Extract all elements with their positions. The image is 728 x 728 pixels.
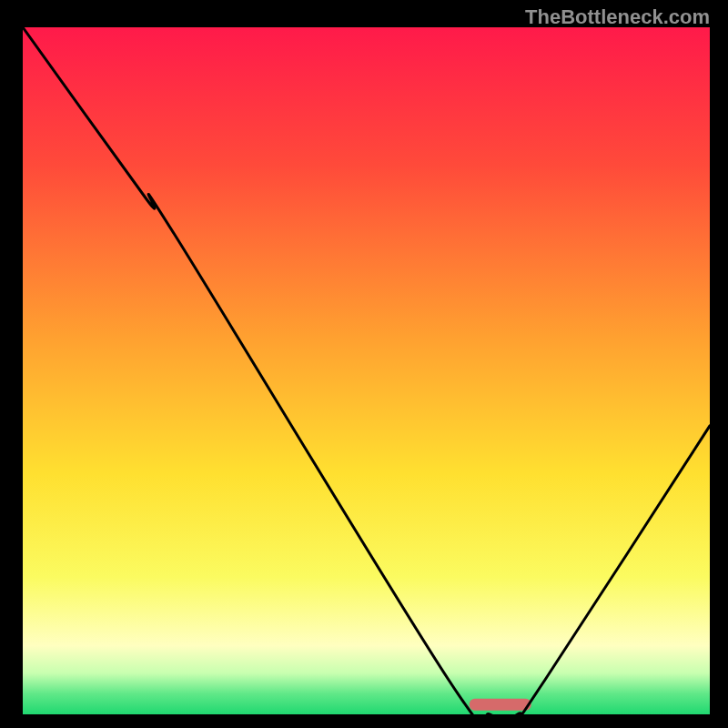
chart-svg xyxy=(23,27,710,714)
optimal-marker xyxy=(470,699,531,711)
watermark-text: TheBottleneck.com xyxy=(525,5,710,29)
chart-plot-area xyxy=(23,27,710,714)
chart-background-gradient xyxy=(23,27,710,714)
